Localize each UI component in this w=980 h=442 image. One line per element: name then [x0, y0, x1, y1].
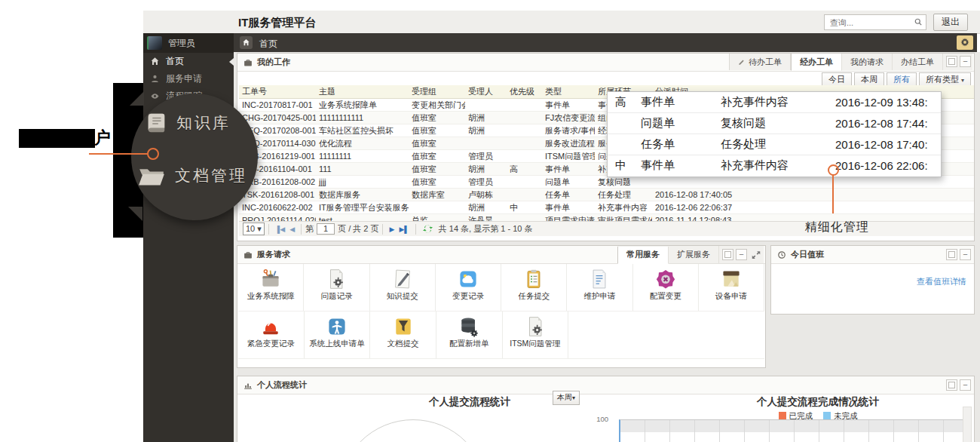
filter-button-2[interactable]: 所有	[887, 72, 917, 86]
service-item[interactable]: 知识提交	[370, 264, 436, 311]
table-cell: 变更相关部门会签组	[409, 99, 465, 112]
service-item[interactable]: 问题记录	[304, 264, 369, 311]
tab-扩展服务[interactable]: 扩展服务	[669, 246, 719, 263]
table-cell: ITSM问题管理流...	[542, 150, 595, 163]
popup-row: 任务单 任务处理 2016-12-08 17:40:	[608, 134, 941, 155]
column-header[interactable]: 工单号	[239, 85, 316, 99]
tab-我的请求[interactable]: 我的请求	[842, 54, 893, 70]
bar-chart-plot-area	[619, 419, 971, 442]
tab-常用服务[interactable]: 常用服务	[617, 247, 669, 264]
service-item[interactable]: 系统上线申请单	[305, 312, 371, 358]
service-item[interactable]: 配置变更	[633, 264, 699, 311]
column-header[interactable]: 受理组	[409, 85, 465, 99]
page-number-input[interactable]: 1	[317, 223, 335, 235]
next-page-button[interactable]: ▶	[389, 226, 394, 233]
table-cell	[507, 150, 542, 163]
person-icon	[305, 315, 370, 338]
table-cell	[409, 201, 465, 214]
refresh-icon[interactable]	[423, 224, 433, 234]
service-item-label: 任务提交	[501, 291, 566, 302]
service-item-label: 问题记录	[304, 291, 369, 302]
service-item-empty	[699, 312, 764, 358]
service-item[interactable]: 文档提交	[370, 312, 436, 358]
service-item-label: 业务系统报障	[238, 291, 303, 302]
sidebar-item-label: 首页	[166, 55, 184, 68]
prev-page-button[interactable]: ◀	[289, 226, 295, 233]
panel-settings-button[interactable]	[946, 249, 957, 260]
popup-type: 事件单	[641, 95, 721, 109]
table-cell: 卢朝栋	[465, 189, 507, 201]
table-cell	[507, 99, 542, 112]
doc-gear-icon	[304, 268, 369, 290]
service-item[interactable]: 业务系统报障	[238, 264, 304, 311]
panel-settings-button[interactable]	[946, 379, 957, 391]
table-cell: 问题单	[542, 176, 595, 189]
service-item[interactable]: 设备申请	[699, 264, 764, 311]
siren-icon	[238, 315, 304, 338]
toolbox-icon	[238, 268, 303, 290]
filter-button-0[interactable]: 今日	[822, 72, 852, 86]
table-cell: 车站社区监控头损坏	[316, 124, 409, 137]
duty-detail-link[interactable]: 查看值班详情	[917, 276, 966, 287]
page-size-select[interactable]: 10 ▾	[243, 223, 265, 235]
panel-minimize-button[interactable]: −	[960, 249, 971, 260]
panel-settings-button[interactable]	[946, 56, 957, 67]
filter-button-1[interactable]: 本周	[854, 72, 884, 86]
breadcrumb-bar: 首页	[234, 33, 977, 52]
expand-icon[interactable]	[752, 250, 761, 259]
magnifier-bubble: 知识库文档管理	[131, 94, 258, 220]
settings-gear-button[interactable]	[957, 35, 973, 50]
table-row[interactable]: TSK-20161208-001数据库服务数据库室卢朝栋任务单任务处理2016-…	[239, 189, 974, 201]
tab-待办工单[interactable]: 待办工单	[730, 54, 791, 70]
folder-icon	[137, 164, 166, 187]
first-page-button[interactable]: ▐◀	[275, 226, 285, 233]
service-item-empty	[568, 312, 634, 358]
magnified-sidebar-item-folder: 文档管理	[137, 164, 247, 187]
home-icon[interactable]	[240, 36, 253, 49]
tab-经办工单[interactable]: 经办工单	[791, 54, 842, 71]
legend-swatch	[823, 412, 831, 419]
service-item[interactable]: 维护申请	[567, 264, 632, 311]
column-header[interactable]: 受理人	[465, 85, 507, 99]
top-header-bar: IT服务管理平台 退出	[143, 11, 980, 34]
breadcrumb[interactable]: 首页	[259, 38, 277, 51]
today-duty-panel-header: 今日值班 −	[771, 246, 974, 264]
popup-type: 任务单	[641, 137, 721, 152]
type-filter-dropdown[interactable]: 所有类型▾	[919, 72, 971, 86]
eye-icon	[150, 91, 160, 101]
left-chart-title: 个人提交流程统计	[311, 395, 628, 409]
service-item[interactable]: ITSM问题管理	[503, 312, 569, 358]
service-item[interactable]: 任务提交	[501, 264, 567, 311]
table-row[interactable]: PRB-20161208-002jjjj值班室管理员问题单复核问题	[239, 176, 974, 189]
table-cell: TSK-20161208-001	[239, 189, 316, 201]
panel-settings-button[interactable]	[722, 249, 733, 260]
table-row[interactable]: INC-20160622-002IT服务管理平台安装服务器胡洲中事件单补充事件内…	[239, 201, 974, 214]
column-header[interactable]: 优先级	[507, 85, 542, 99]
column-header[interactable]: 主题	[316, 85, 409, 99]
tab-办结工单[interactable]: 办结工单	[893, 54, 943, 70]
service-item-label: 文档提交	[370, 339, 436, 349]
service-item[interactable]: 配置新增单	[436, 312, 503, 358]
popup-step: 补充事件内容	[721, 158, 835, 173]
table-cell: 服务改进流程	[542, 137, 595, 150]
popup-type: 问题单	[641, 116, 721, 130]
personal-stats-panel-header: 个人流程统计 −	[237, 376, 974, 394]
period-dropdown[interactable]: 本周▾	[553, 391, 580, 405]
table-cell: 业务系统报障单	[316, 99, 409, 112]
panel-minimize-button[interactable]: −	[960, 56, 971, 67]
last-page-button[interactable]: ▶▌	[399, 226, 409, 233]
panel-minimize-button[interactable]: −	[960, 379, 971, 391]
sidebar-item-user[interactable]: 服务申请	[143, 70, 234, 87]
sidebar-item-home[interactable]: 首页	[143, 53, 234, 70]
table-cell: 值班室	[409, 124, 465, 137]
panel-minimize-button[interactable]: −	[736, 249, 747, 260]
logout-button[interactable]: 退出	[933, 14, 968, 31]
panel-title: 个人流程统计	[257, 379, 307, 391]
search-input[interactable]	[828, 15, 913, 29]
service-item[interactable]: 变更记录	[436, 264, 501, 311]
table-cell: 事件单	[542, 99, 595, 112]
service-item[interactable]: 紧急变更记录	[238, 312, 305, 358]
column-header[interactable]: 类型	[542, 85, 595, 99]
panel-scrollbar[interactable]	[963, 407, 972, 442]
table-cell: 任务处理	[595, 189, 652, 201]
